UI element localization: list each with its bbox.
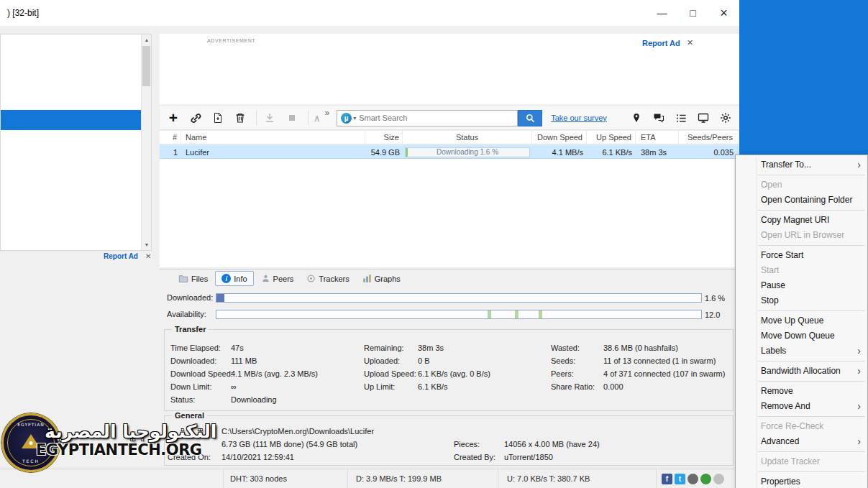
- field-label: Wasted:: [551, 341, 603, 354]
- location-pin-button[interactable]: [629, 110, 644, 126]
- tab-trackers[interactable]: Trackers: [301, 272, 355, 285]
- create-torrent-button[interactable]: [210, 110, 226, 126]
- torrent-row[interactable]: 1 Lucifer 54.9 GB Downloading 1.6 % 4.1 …: [160, 144, 739, 159]
- torrent-list-header: # Name Size Status Down Speed Up Speed E…: [160, 131, 739, 144]
- menu-item-stop[interactable]: Stop: [736, 293, 867, 308]
- tab-files-label: Files: [191, 275, 208, 283]
- close-ad-icon[interactable]: ✕: [687, 38, 693, 47]
- preferences-button[interactable]: [718, 110, 734, 126]
- field-label: Seeds:: [551, 354, 603, 367]
- tab-files[interactable]: Files: [173, 272, 214, 286]
- chevron-down-icon[interactable]: ▾: [353, 115, 356, 121]
- menu-item-label: Move Up Queue: [761, 316, 823, 326]
- field-label: Downloaded:: [170, 354, 231, 367]
- menu-item-label: Transfer To...: [761, 160, 811, 170]
- availability-tick: [488, 310, 491, 318]
- scroll-up-icon[interactable]: ▲: [142, 34, 152, 45]
- menu-item-labels[interactable]: Labels›: [736, 344, 867, 359]
- move-up-queue-icon: ∧: [314, 113, 321, 124]
- survey-link[interactable]: Take our survey: [551, 114, 607, 122]
- info-icon: i: [221, 274, 231, 283]
- torrent-seeds-peers: 0.035: [679, 145, 739, 158]
- upload-status: U: 7.0 KB/s T: 380.7 KB: [507, 469, 590, 488]
- submenu-arrow-icon: ›: [857, 364, 861, 379]
- menu-item-label: Open URL in Browser: [761, 230, 844, 240]
- menu-item-bandwidth-allocation[interactable]: Bandwidth Allocation›: [736, 364, 867, 379]
- sidebar-report-ad-row: Report Ad ✕: [0, 252, 152, 263]
- menu-separator: [758, 471, 865, 472]
- menu-item-move-up-queue[interactable]: Move Up Queue: [736, 313, 867, 328]
- sidebar-scrollbar[interactable]: ▲ ▼: [141, 34, 151, 250]
- menu-item-move-down-queue[interactable]: Move Down Queue: [736, 328, 867, 344]
- titlebar: ) [32-bit] — □ ×: [0, 0, 739, 26]
- stop-icon: [286, 112, 298, 124]
- column-header-num[interactable]: #: [160, 131, 181, 144]
- menu-item-label: Move Down Queue: [761, 331, 835, 341]
- search-box: µ ▾: [337, 110, 518, 126]
- trackers-icon: [306, 274, 316, 283]
- menu-item-open: Open: [736, 178, 867, 193]
- report-ad-link[interactable]: Report Ad: [642, 39, 680, 47]
- torrent-num: 1: [160, 145, 181, 158]
- column-header-name[interactable]: Name: [181, 131, 365, 144]
- tab-peers[interactable]: Peers: [255, 272, 300, 285]
- menu-separator: [758, 310, 865, 311]
- field-label: Upload Speed:: [364, 367, 418, 380]
- menu-item-properties[interactable]: Properties: [736, 474, 867, 488]
- social-icons: f t: [662, 474, 724, 484]
- window-title: ) [32-bit]: [7, 0, 39, 26]
- field-value: 0 B: [418, 354, 430, 367]
- menu-item-remove[interactable]: Remove: [736, 384, 867, 399]
- close-ad-icon[interactable]: ✕: [145, 252, 151, 260]
- search-input[interactable]: [359, 114, 513, 122]
- menu-item-label: Remove: [761, 386, 793, 396]
- column-header-eta[interactable]: ETA: [636, 131, 679, 144]
- maximize-button[interactable]: □: [677, 0, 708, 26]
- menu-item-label: Copy Magnet URI: [761, 215, 829, 225]
- column-header-size[interactable]: Size: [365, 131, 403, 144]
- twitter-icon[interactable]: t: [675, 474, 685, 484]
- add-from-url-button[interactable]: [188, 110, 204, 126]
- menu-item-transfer-to[interactable]: Transfer To...›: [736, 157, 867, 172]
- torrent-eta: 38m 3s: [636, 145, 679, 158]
- chat-button[interactable]: [651, 110, 667, 126]
- close-button[interactable]: ×: [708, 0, 739, 26]
- menu-item-open-containing-folder[interactable]: Open Containing Folder: [736, 193, 867, 208]
- menu-item-pause[interactable]: Pause: [736, 278, 867, 293]
- scroll-down-icon[interactable]: ▼: [142, 239, 152, 250]
- tab-trackers-label: Trackers: [319, 275, 349, 283]
- facebook-icon[interactable]: f: [662, 474, 672, 484]
- menu-item-advanced[interactable]: Advanced›: [736, 434, 867, 449]
- globe-green-icon[interactable]: [700, 474, 711, 484]
- toolbar-overflow-icon[interactable]: »: [325, 106, 330, 119]
- extra-social-icon[interactable]: [713, 474, 724, 484]
- sidebar-selected-item[interactable]: [1, 110, 142, 130]
- menu-item-update-tracker: Update Tracker: [736, 454, 867, 469]
- search-engine-icon[interactable]: µ: [341, 113, 352, 124]
- report-ad-link[interactable]: Report Ad: [104, 252, 138, 260]
- menu-item-copy-magnet-uri[interactable]: Copy Magnet URI: [736, 213, 867, 228]
- total-size-value: 6.73 GB (111 MB done) (54.9 GB total): [221, 438, 444, 451]
- remove-torrent-button[interactable]: [232, 110, 248, 126]
- tab-graphs[interactable]: Graphs: [357, 272, 406, 285]
- scrollbar-thumb[interactable]: [142, 46, 150, 86]
- add-torrent-button[interactable]: +: [165, 110, 181, 126]
- remote-button[interactable]: [695, 110, 711, 126]
- column-header-down-speed[interactable]: Down Speed: [532, 131, 587, 144]
- transfer-title: Transfer: [172, 325, 209, 333]
- new-file-icon: [212, 112, 224, 124]
- tab-info[interactable]: i Info: [215, 271, 253, 286]
- menu-item-force-start[interactable]: Force Start: [736, 248, 867, 263]
- menu-separator: [758, 245, 865, 246]
- menu-item-label: Force Start: [761, 250, 803, 260]
- globe-icon[interactable]: [687, 474, 698, 484]
- column-header-status[interactable]: Status: [403, 131, 532, 144]
- minimize-button[interactable]: —: [647, 0, 677, 26]
- detailed-info-button[interactable]: [673, 110, 689, 126]
- search-button[interactable]: [518, 110, 542, 126]
- column-header-up-speed[interactable]: Up Speed: [587, 131, 636, 144]
- column-header-seeds-peers[interactable]: Seeds/Peers: [679, 131, 739, 144]
- utorrent-window: ) [32-bit] — □ × ▲ ▼ Report Ad ✕ ADVERTI…: [0, 0, 739, 488]
- menu-item-remove-and[interactable]: Remove And›: [736, 399, 867, 414]
- magnifier-icon: [525, 113, 536, 124]
